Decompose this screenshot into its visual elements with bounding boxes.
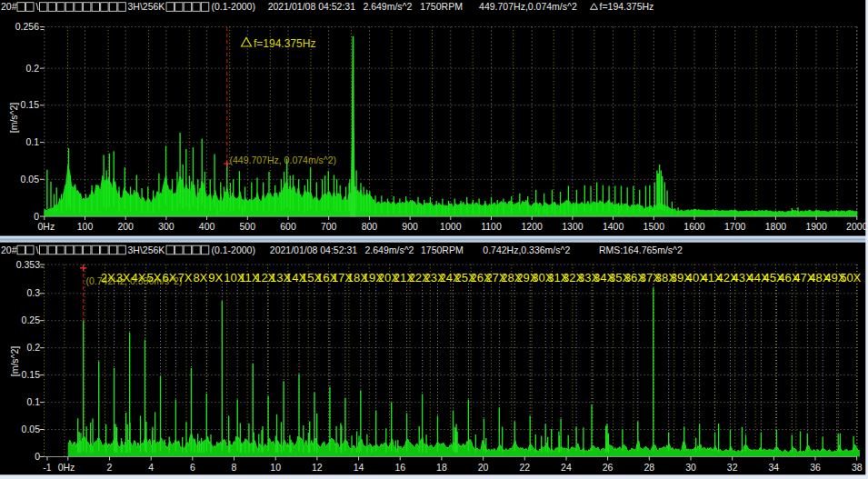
svg-text:0.25: 0.25 [22,314,41,325]
svg-text:32: 32 [727,462,738,473]
svg-text:0Hz: 0Hz [37,221,55,232]
svg-text:-1: -1 [43,462,51,473]
svg-text:3H\256K: 3H\256K [128,1,165,12]
svg-text:[m/s^2]: [m/s^2] [9,346,20,377]
svg-text:1750RPM: 1750RPM [421,244,464,255]
svg-text:2000: 2000 [846,221,868,232]
svg-text:400: 400 [199,221,215,232]
svg-text:0.3: 0.3 [26,287,40,298]
svg-text:2: 2 [107,462,113,473]
svg-text:1000: 1000 [440,221,462,232]
svg-text:16: 16 [394,462,405,473]
svg-text:14: 14 [354,462,364,473]
svg-text:6X: 6X [162,271,176,284]
svg-text:1100: 1100 [481,221,502,232]
svg-text:(0.1-2000): (0.1-2000) [212,244,255,255]
svg-text:2.649m/s^2: 2.649m/s^2 [363,1,412,12]
svg-text:\: \ [36,244,39,255]
svg-text:RMS:164.765m/s^2: RMS:164.765m/s^2 [599,244,683,255]
svg-text:3X: 3X [116,271,131,284]
svg-text:0.353: 0.353 [16,259,40,270]
svg-text:600: 600 [280,221,296,232]
svg-text:[m/s^2]: [m/s^2] [8,103,19,134]
svg-text:1700: 1700 [724,221,746,232]
svg-text:2.649m/s^2: 2.649m/s^2 [365,244,414,255]
svg-text:800: 800 [362,221,378,232]
svg-text:30: 30 [685,462,696,473]
svg-text:500: 500 [240,221,256,232]
svg-text:2X: 2X [101,271,115,284]
svg-text:20#: 20# [1,1,17,12]
svg-text:0.05: 0.05 [22,424,41,434]
svg-text:20: 20 [478,462,489,473]
svg-text:0.05: 0.05 [21,174,40,185]
svg-text:0.742Hz,0.336m/s^2: 0.742Hz,0.336m/s^2 [483,244,570,255]
svg-text:f=194.375Hz: f=194.375Hz [600,1,654,12]
svg-text:100: 100 [77,221,94,232]
svg-text:1600: 1600 [683,221,705,232]
svg-text:7X: 7X [177,271,192,284]
svg-text:34: 34 [769,462,780,473]
svg-text:\: \ [36,1,39,12]
svg-text:0.2: 0.2 [25,63,39,74]
svg-text:24: 24 [561,462,572,473]
svg-text:0.2: 0.2 [26,342,40,353]
svg-text:200: 200 [117,221,134,232]
svg-text:4: 4 [148,462,154,473]
svg-text:(0.1-2000): (0.1-2000) [212,1,255,12]
svg-text:9X: 9X [208,271,223,284]
svg-text:4X: 4X [132,271,146,284]
svg-text:3H\256K: 3H\256K [128,244,165,255]
svg-text:36: 36 [810,462,821,473]
svg-text:1750RPM: 1750RPM [420,1,463,12]
svg-text:50X: 50X [840,271,861,284]
svg-text:8X: 8X [193,271,207,284]
svg-text:1300: 1300 [562,221,584,232]
svg-text:0.15: 0.15 [21,99,40,110]
svg-text:0.15: 0.15 [22,369,41,380]
svg-text:f=194.375Hz: f=194.375Hz [254,37,315,50]
svg-text:12: 12 [312,462,323,473]
svg-text:26: 26 [603,462,614,473]
svg-text:1500: 1500 [644,221,665,232]
svg-text:6: 6 [190,462,195,473]
svg-text:8: 8 [232,462,237,473]
svg-text:1800: 1800 [765,221,787,232]
svg-text:1400: 1400 [603,221,624,232]
svg-text:5X: 5X [147,271,162,284]
svg-text:20#: 20# [1,244,17,255]
svg-text:2021/01/08 04:52:31: 2021/01/08 04:52:31 [270,244,358,255]
svg-text:700: 700 [321,221,337,232]
svg-text:900: 900 [402,221,418,232]
svg-text:10: 10 [270,462,281,473]
svg-text:18: 18 [436,462,447,473]
svg-text:0.1: 0.1 [26,396,40,407]
svg-text:(449.707Hz, 0.074m/s^2): (449.707Hz, 0.074m/s^2) [230,155,337,165]
svg-text:0: 0 [35,451,40,462]
svg-text:449.707Hz,0.074m/s^2: 449.707Hz,0.074m/s^2 [479,1,577,12]
svg-text:2021/01/08 04:52:31: 2021/01/08 04:52:31 [268,1,356,12]
svg-text:28: 28 [644,462,654,473]
svg-text:0.1: 0.1 [25,136,39,147]
svg-text:1900: 1900 [805,221,827,232]
svg-text:300: 300 [158,221,175,232]
svg-text:22: 22 [519,462,530,473]
svg-text:38: 38 [852,462,863,473]
svg-text:1200: 1200 [522,221,544,232]
svg-text:0Hz: 0Hz [58,462,75,473]
svg-text:0.256: 0.256 [15,21,39,32]
